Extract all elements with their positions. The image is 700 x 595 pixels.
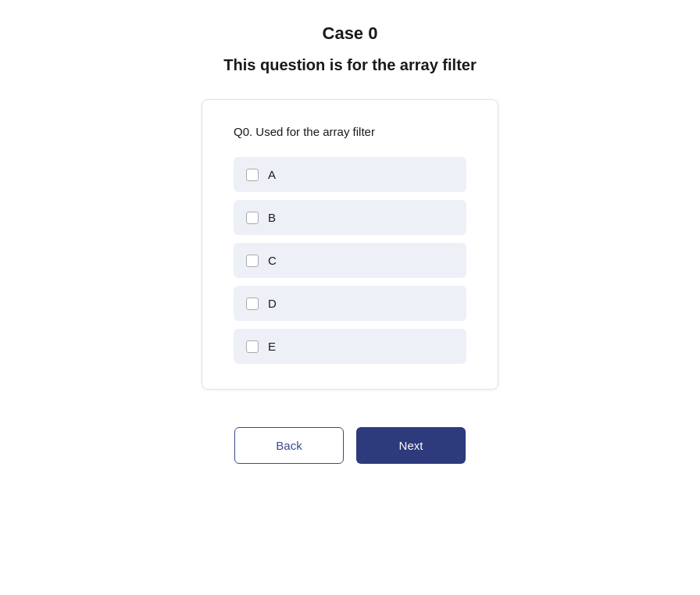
option-item-e[interactable]: E	[234, 329, 466, 364]
option-checkbox-a[interactable]	[246, 169, 259, 181]
options-list: ABCDE	[234, 157, 466, 364]
page-subtitle: This question is for the array filter	[223, 56, 476, 74]
option-checkbox-e[interactable]	[246, 340, 259, 353]
option-text-c: C	[268, 254, 277, 267]
option-item-b[interactable]: B	[234, 200, 466, 235]
option-item-c[interactable]: C	[234, 243, 466, 278]
page-title: Case 0	[323, 23, 378, 44]
option-item-a[interactable]: A	[234, 157, 466, 192]
question-card: Q0. Used for the array filter ABCDE	[202, 99, 498, 390]
option-text-d: D	[268, 297, 277, 310]
option-checkbox-c[interactable]	[246, 255, 259, 267]
option-text-a: A	[268, 168, 276, 181]
question-label: Q0. Used for the array filter	[234, 125, 466, 138]
option-checkbox-b[interactable]	[246, 212, 259, 224]
button-row: Back Next	[234, 427, 466, 464]
next-button[interactable]: Next	[356, 427, 466, 464]
option-checkbox-d[interactable]	[246, 298, 259, 310]
back-button[interactable]: Back	[234, 427, 344, 464]
option-item-d[interactable]: D	[234, 286, 466, 321]
option-text-b: B	[268, 211, 276, 224]
option-text-e: E	[268, 340, 276, 353]
